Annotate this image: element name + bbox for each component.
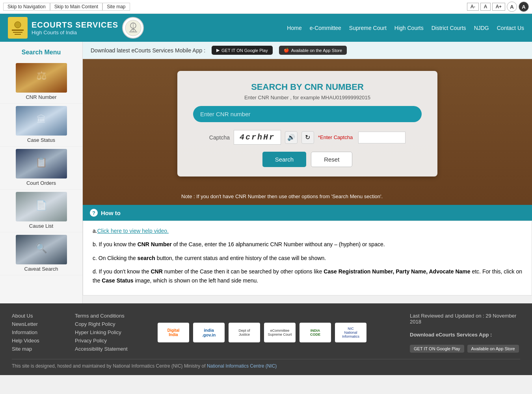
search-bold: search bbox=[138, 255, 155, 261]
nav-contact-us[interactable]: Contact Us bbox=[497, 25, 524, 31]
howto-body: a.Click here to view help video. b. If y… bbox=[83, 221, 532, 296]
cause-label: Cause List bbox=[29, 221, 53, 230]
app-store-badge[interactable]: 🍎 Available on the App Store bbox=[279, 46, 347, 55]
logo-area: ECOURTS SERVICES High Courts of India bbox=[8, 17, 287, 39]
svg-text:🏛: 🏛 bbox=[37, 114, 46, 125]
last-reviewed-text: Last Reviewed and Updated on : 29 Novemb… bbox=[410, 313, 520, 325]
footer-hyperlinking[interactable]: Hyper Linking Policy bbox=[75, 329, 154, 335]
font-decrease-button[interactable]: A- bbox=[467, 3, 479, 11]
caveat-label: Caveat Search bbox=[24, 264, 58, 273]
font-normal-button[interactable]: A bbox=[480, 3, 491, 11]
captcha-label: Captcha bbox=[209, 134, 230, 141]
nav-njdg[interactable]: NJDG bbox=[474, 25, 489, 31]
site-subtitle: High Courts of India bbox=[32, 30, 118, 35]
contrast-black-button[interactable]: A bbox=[519, 2, 529, 12]
captcha-refresh-button[interactable]: ↻ bbox=[301, 131, 314, 144]
cnr-label: CNR Number bbox=[26, 93, 56, 101]
nav-high-courts[interactable]: High Courts bbox=[394, 25, 424, 31]
cnr-bold2: CNR bbox=[151, 268, 162, 275]
howto-step-c: c. On Clicking the search button, the cu… bbox=[93, 254, 522, 262]
india-gov-logo: india.gov.in bbox=[193, 323, 225, 342]
footer-grid: About Us NewsLetter Information Help Vid… bbox=[12, 313, 520, 353]
site-title: ECOURTS SERVICES bbox=[32, 20, 118, 30]
footer-col-1: About Us NewsLetter Information Help Vid… bbox=[12, 313, 71, 353]
howto-title: How to bbox=[101, 210, 121, 216]
main-layout: Search Menu ⚖ CNR Number 🏛 Case Status bbox=[0, 42, 532, 303]
search-button[interactable]: Search bbox=[262, 152, 307, 167]
cnr-image: ⚖ bbox=[16, 63, 67, 93]
footer-bottom: This site is designed, hosted and mainta… bbox=[12, 359, 520, 369]
footer-about-us[interactable]: About Us bbox=[12, 313, 71, 319]
apple-icon: 🍎 bbox=[284, 48, 289, 53]
download-label: Download latest eCourts Services Mobile … bbox=[91, 47, 205, 54]
footer-newsletter[interactable]: NewsLetter bbox=[12, 321, 71, 327]
cnr-number-input[interactable] bbox=[193, 106, 422, 122]
footer-google-play[interactable]: GET IT ON Google Play bbox=[410, 345, 464, 353]
help-video-link[interactable]: Click here to view help video. bbox=[97, 228, 169, 234]
captcha-image: 4crhHr bbox=[234, 130, 281, 145]
footer-help-videos[interactable]: Help Videos bbox=[12, 338, 71, 344]
svg-rect-3 bbox=[13, 32, 22, 33]
sidebar-title: Search Menu bbox=[0, 46, 82, 61]
howto-header: ? How to bbox=[83, 205, 532, 221]
footer-logos: DigitalIndia india.gov.in Dept ofJustice… bbox=[158, 313, 406, 353]
footer-site-map[interactable]: Site map bbox=[12, 346, 71, 352]
site-map-link[interactable]: Site map bbox=[102, 3, 130, 11]
howto-step-a: a.Click here to view help video. bbox=[93, 227, 522, 235]
cnr-bold: CNR Number bbox=[138, 241, 172, 247]
footer-app-store[interactable]: Available on App Store bbox=[467, 345, 519, 353]
footer-privacy[interactable]: Privacy Policy bbox=[75, 338, 154, 344]
hero-note: Note : If you don't have CNR Number then… bbox=[181, 193, 383, 199]
emblem-image bbox=[122, 17, 144, 39]
svg-text:📋: 📋 bbox=[35, 156, 47, 168]
captcha-audio-button[interactable]: 🔊 bbox=[285, 131, 298, 144]
question-icon: ? bbox=[90, 209, 98, 217]
howto-section: ? How to a.Click here to view help video… bbox=[83, 205, 532, 303]
footer-col-4: Last Reviewed and Updated on : 29 Novemb… bbox=[410, 313, 520, 353]
button-row: Search Reset bbox=[193, 152, 422, 167]
sidebar-item-cnr[interactable]: ⚖ CNR Number bbox=[0, 61, 82, 104]
search-card-title: SEARCH BY CNR NUMBER bbox=[193, 82, 422, 92]
digital-india-logo: DigitalIndia bbox=[158, 323, 189, 342]
svg-rect-4 bbox=[15, 34, 21, 35]
svg-text:📄: 📄 bbox=[35, 199, 47, 211]
google-play-text: GET IT ON Google Play bbox=[221, 48, 268, 53]
sidebar-item-caveat[interactable]: 🔍 Caveat Search bbox=[0, 232, 82, 275]
main-content: Download latest eCourts Services Mobile … bbox=[83, 42, 532, 303]
howto-step-d: d. If you don't know the CNR number of t… bbox=[93, 267, 522, 285]
case-status-bold: Case Status bbox=[102, 277, 133, 284]
sidebar: Search Menu ⚖ CNR Number 🏛 Case Status bbox=[0, 42, 83, 303]
footer-accessibility[interactable]: Accessibility Statement bbox=[75, 346, 154, 352]
skip-navigation-link[interactable]: Skip to Navigation bbox=[3, 3, 50, 11]
nic-logo: NICNationalInformatics bbox=[335, 323, 366, 342]
sidebar-item-case[interactable]: 🏛 Case Status bbox=[0, 104, 82, 147]
footer-download-label: Download eCourts Services App : bbox=[410, 332, 520, 338]
header: ECOURTS SERVICES High Courts of India Ho… bbox=[0, 14, 532, 42]
nav-ecommittee[interactable]: e-Committee bbox=[310, 25, 341, 31]
nic-link[interactable]: National Informatics Centre (NIC) bbox=[207, 363, 277, 369]
reset-button[interactable]: Reset bbox=[311, 152, 352, 167]
nav-district-courts[interactable]: District Courts bbox=[432, 25, 466, 31]
skip-main-content-link[interactable]: Skip to Main Content bbox=[50, 3, 102, 11]
top-accessibility-bar: Skip to Navigation Skip to Main Content … bbox=[0, 0, 532, 14]
google-play-badge[interactable]: ▶ GET IT ON Google Play bbox=[212, 46, 273, 55]
captcha-enter-label: *Enter Captcha bbox=[318, 134, 353, 140]
font-increase-button[interactable]: A+ bbox=[492, 3, 505, 11]
options-bold: Case Registration Number, Party Name, Ad… bbox=[324, 268, 470, 275]
app-store-text: Available on the App Store bbox=[291, 48, 342, 53]
contrast-white-button[interactable]: A bbox=[507, 2, 517, 12]
search-hero: SEARCH BY CNR NUMBER Enter CNR Number , … bbox=[83, 59, 532, 205]
nav-supreme-court[interactable]: Supreme Court bbox=[349, 25, 387, 31]
footer-copyright[interactable]: Copy Right Policy bbox=[75, 321, 154, 327]
footer-information[interactable]: Information bbox=[12, 329, 71, 335]
caveat-image: 🔍 bbox=[16, 235, 67, 264]
footer-terms[interactable]: Terms and Conditions bbox=[75, 313, 154, 319]
font-controls: A- A A+ A A bbox=[467, 2, 529, 12]
footer-store-badges: GET IT ON Google Play Available on App S… bbox=[410, 345, 520, 353]
captcha-input[interactable] bbox=[358, 132, 406, 143]
sidebar-item-cause[interactable]: 📄 Cause List bbox=[0, 190, 82, 232]
nav-home[interactable]: Home bbox=[287, 25, 301, 31]
sidebar-item-orders[interactable]: 📋 Court Orders bbox=[0, 147, 82, 190]
svg-point-1 bbox=[15, 22, 21, 28]
svg-text:🔍: 🔍 bbox=[35, 242, 47, 254]
